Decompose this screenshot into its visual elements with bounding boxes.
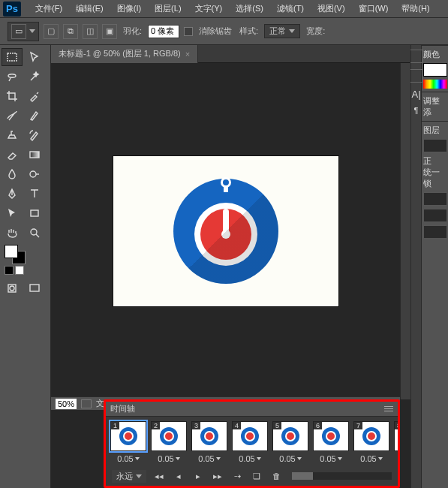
pen-tool[interactable] [2, 185, 23, 203]
style-label: 样式: [239, 26, 258, 37]
timeline-frame[interactable]: 20.05 [151, 421, 187, 463]
app-logo: Ps [3, 2, 21, 17]
toolbox [0, 45, 51, 488]
move-tool[interactable] [24, 48, 45, 66]
duplicate-frame-button[interactable]: ❏ [250, 471, 263, 481]
antialias-checkbox[interactable] [184, 27, 193, 36]
menu-item[interactable]: 选择(S) [229, 3, 270, 14]
paragraph-panel-icon[interactable]: ¶ [414, 106, 419, 115]
first-frame-button[interactable]: ◂◂ [152, 471, 166, 481]
gradient-tool[interactable] [24, 146, 45, 164]
svg-rect-0 [8, 53, 17, 61]
healing-brush-tool[interactable] [2, 107, 23, 125]
adjust-tab[interactable]: 调整 [423, 95, 447, 107]
zoom-tool[interactable] [24, 224, 45, 242]
layer-row[interactable] [423, 225, 447, 239]
menu-item[interactable]: 文件(F) [29, 3, 69, 14]
menu-item[interactable]: 图像(I) [110, 3, 148, 14]
timeline-frame[interactable]: 70.05 [353, 421, 389, 463]
crop-tool[interactable] [2, 87, 23, 105]
dodge-tool[interactable] [24, 165, 45, 183]
svg-point-6 [10, 286, 14, 291]
layer-row[interactable] [423, 209, 447, 222]
marquee-preset-icon[interactable]: ▭ [11, 24, 26, 39]
menu-item[interactable]: 帮助(H) [395, 3, 436, 14]
feather-label: 羽化: [123, 26, 142, 37]
document-tab-title: 未标题-1 @ 50% (图层 1, RGB/8) [59, 48, 181, 59]
canvas[interactable] [113, 156, 338, 306]
color-ramp[interactable] [423, 80, 447, 89]
svg-rect-3 [31, 210, 38, 216]
timeline-title: 时间轴 [110, 403, 135, 414]
close-icon[interactable]: × [185, 50, 190, 59]
svg-point-4 [31, 229, 37, 235]
intersect-selection-icon[interactable]: ▣ [102, 24, 117, 39]
type-panel-icon[interactable]: A| [411, 89, 420, 100]
timeline-panel: 时间轴 10.0520.0530.0540.0550.0560.0570.058… [104, 399, 400, 488]
brush-tool[interactable] [24, 107, 45, 125]
layers-tab[interactable]: 图层 [423, 125, 447, 136]
menu-item[interactable]: 文字(Y) [188, 3, 230, 14]
lasso-tool[interactable] [2, 68, 23, 86]
color-swatches[interactable] [5, 245, 26, 263]
antialias-label: 消除锯齿 [199, 26, 232, 37]
history-brush-tool[interactable] [24, 126, 45, 144]
panel-icon[interactable] [410, 50, 423, 63]
blur-tool[interactable] [2, 165, 23, 183]
eraser-tool[interactable] [2, 146, 23, 164]
timeline-frame[interactable]: 50.05 [272, 421, 308, 463]
svg-rect-7 [30, 285, 39, 291]
hand-tool[interactable] [2, 224, 23, 242]
color-swatch[interactable] [423, 63, 447, 77]
screenmode-tool[interactable] [24, 279, 45, 297]
quickmask-tool[interactable] [2, 279, 23, 297]
document-tab[interactable]: 未标题-1 @ 50% (图层 1, RGB/8) × [51, 45, 198, 63]
add-selection-icon[interactable]: ⧉ [63, 24, 78, 39]
status-icon[interactable] [81, 399, 92, 408]
zoom-field[interactable]: 50% [56, 399, 77, 409]
eyedropper-tool[interactable] [24, 87, 45, 105]
width-label: 宽度: [306, 26, 325, 37]
tween-button[interactable]: ⇢ [230, 471, 244, 481]
play-button[interactable]: ▸ [191, 471, 205, 481]
menu-item[interactable]: 窗口(W) [352, 3, 395, 14]
layer-thumb[interactable] [423, 139, 447, 152]
next-frame-button[interactable]: ▸▸ [211, 471, 224, 481]
menu-item[interactable]: 视图(V) [311, 3, 352, 14]
panel-menu-icon[interactable] [384, 406, 393, 411]
menu-item[interactable]: 编辑(E) [69, 3, 110, 14]
layer-row[interactable] [423, 192, 447, 206]
vertical-scrollbar[interactable] [400, 63, 410, 399]
options-bar: ▭ ▢ ⧉ ◫ ▣ 羽化: 0 像素 消除锯齿 样式: 正常 宽度: [0, 18, 448, 45]
right-panels: A| ¶ 颜色 调整添 图层 正 统一 锁 [410, 45, 448, 488]
timeline-frame[interactable]: 30.05 [191, 421, 227, 463]
subtract-selection-icon[interactable]: ◫ [83, 24, 98, 39]
loop-select[interactable]: 永远 [112, 470, 146, 483]
timeline-scrollbar[interactable] [292, 472, 392, 480]
color-tab[interactable]: 颜色 [423, 49, 447, 60]
timeline-frame[interactable]: 60.05 [313, 421, 349, 463]
prev-frame-button[interactable]: ◂ [172, 471, 185, 481]
panel-icon[interactable] [410, 69, 423, 83]
new-selection-icon[interactable]: ▢ [44, 24, 59, 39]
magic-wand-tool[interactable] [24, 68, 45, 86]
clone-stamp-tool[interactable] [2, 126, 23, 144]
document-tab-bar: 未标题-1 @ 50% (图层 1, RGB/8) × [51, 45, 410, 63]
path-selection-tool[interactable] [2, 204, 23, 222]
feather-input[interactable]: 0 像素 [148, 25, 179, 38]
svg-rect-1 [30, 152, 39, 158]
menu-item[interactable]: 图层(L) [148, 3, 188, 14]
menu-item[interactable]: 滤镜(T) [270, 3, 311, 14]
timeline-frame[interactable]: 10.05 [110, 421, 146, 463]
style-select[interactable]: 正常 [264, 24, 300, 38]
timeline-frame[interactable]: 80.05 [394, 421, 398, 463]
marquee-tool[interactable] [2, 48, 23, 66]
shape-tool[interactable] [24, 204, 45, 222]
type-tool[interactable] [24, 185, 45, 203]
timeline-controls: 永远 ◂◂ ◂ ▸ ▸▸ ⇢ ❏ 🗑 [106, 468, 398, 484]
stopwatch-artwork [173, 179, 278, 284]
document-area: 未标题-1 @ 50% (图层 1, RGB/8) × 50% 文档:740.6… [51, 45, 410, 488]
delete-frame-button[interactable]: 🗑 [269, 471, 283, 481]
menu-bar: Ps 文件(F)编辑(E)图像(I)图层(L)文字(Y)选择(S)滤镜(T)视图… [0, 0, 448, 18]
timeline-frame[interactable]: 40.05 [232, 421, 268, 463]
